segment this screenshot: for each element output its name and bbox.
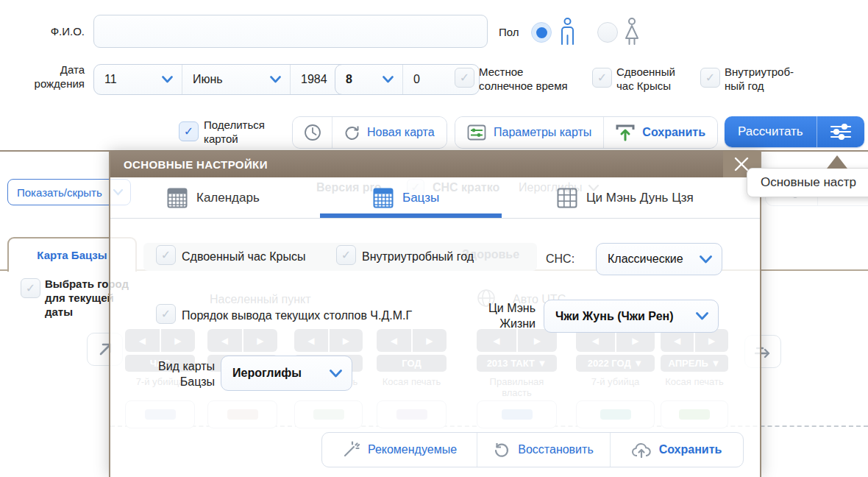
refresh-icon: [344, 125, 360, 141]
check-icon: ✓: [705, 72, 715, 84]
chart-settings-group: Параметры карты Сохранить: [455, 116, 718, 149]
chart-view-value: Иероглифы: [232, 367, 302, 380]
chart-params-label: Параметры карты: [494, 126, 591, 139]
modal-title: ОСНОВНЫЕ НАСТРОЙКИ: [124, 158, 268, 171]
save-upload-icon: [616, 124, 635, 141]
main-settings-button[interactable]: [817, 116, 864, 147]
pillar-order-checkbox[interactable]: ✓: [156, 304, 176, 324]
double-rat-hour-label: Сдвоенный час Крысы: [616, 65, 690, 93]
day-value: 11: [104, 73, 117, 86]
chevron-down-icon: [162, 76, 173, 83]
sliders-icon: [830, 123, 852, 141]
chart-view-select[interactable]: Иероглифы: [221, 356, 352, 391]
modal-double-rat-checkbox[interactable]: ✓: [156, 245, 176, 265]
tab-qimen[interactable]: Ци Мэнь Дунь Цзя: [557, 188, 694, 208]
sns-label: СНС:: [546, 251, 574, 266]
chevron-down-icon: [696, 312, 708, 320]
check-icon: ✓: [26, 283, 35, 294]
month-select[interactable]: Июнь: [182, 65, 290, 94]
check-icon: ✓: [161, 250, 171, 261]
recommended-label: Рекомендуемые: [368, 443, 457, 456]
restore-button[interactable]: Восстановить: [477, 433, 610, 467]
check-icon: ✓: [184, 126, 193, 138]
main-settings-modal: ОСНОВНЫЕ НАСТРОЙКИ Календарь Бацзы: [109, 151, 761, 477]
check-icon: ✓: [460, 72, 469, 84]
calendar-icon: [373, 188, 394, 208]
cloud-upload-icon: [632, 442, 651, 458]
restore-label: Восстановить: [518, 443, 593, 456]
clock-icon: [304, 124, 321, 141]
tooltip-arrow: [827, 155, 847, 169]
qimen-life-select[interactable]: Чжи Жунь (Чжи Рен): [544, 300, 719, 333]
chevron-down-icon: [383, 76, 394, 83]
modal-intrauterine-checkbox[interactable]: ✓: [336, 245, 356, 265]
modal-intrauterine-label: Внутриутробный год: [362, 249, 474, 264]
check-icon: ✓: [597, 72, 607, 84]
recommended-button[interactable]: Рекомендуемые: [322, 433, 477, 467]
hour-value: 8: [346, 73, 352, 86]
day-select[interactable]: 11: [94, 65, 182, 94]
sns-select[interactable]: Классические: [596, 243, 722, 275]
history-button[interactable]: [293, 117, 332, 148]
qimen-life-label: Ци Мэнь Жизни: [462, 300, 536, 331]
male-icon: [558, 18, 577, 46]
chevron-down-icon: [700, 255, 712, 264]
restore-icon: [494, 442, 510, 458]
modal-save-label: Сохранить: [659, 443, 722, 456]
chevron-down-icon: [330, 370, 342, 378]
select-city-checkbox[interactable]: ✓: [21, 278, 40, 298]
gender-female-radio[interactable]: [597, 22, 618, 43]
tab-qimen-label: Ци Мэнь Дунь Цзя: [586, 191, 694, 205]
fio-label: Ф.И.О.: [22, 24, 85, 38]
app-root: Ф.И.О. Пол Дата рождения 11 Июнь 1984 8: [0, 0, 868, 477]
sns-value: Классические: [608, 252, 683, 266]
radio-dot-icon: [536, 27, 547, 38]
tabs-baseline: [110, 218, 760, 219]
tab-bazi-label: Бацзы: [402, 191, 439, 205]
female-icon: [622, 18, 641, 46]
chevron-down-icon: [270, 76, 281, 83]
check-icon: ✓: [161, 308, 171, 320]
modal-titlebar: ОСНОВНЫЕ НАСТРОЙКИ: [110, 151, 760, 177]
share-chart-checkbox[interactable]: ✓: [179, 121, 199, 141]
chart-view-label: Вид карты Бацзы: [130, 358, 215, 389]
local-solar-time-label: Местное солнечное время: [479, 65, 578, 93]
tab-bazi[interactable]: Бацзы: [373, 188, 439, 208]
pillar-order-label: Порядок вывода текущих столпов Ч.Д.М.Г: [182, 308, 412, 323]
chart-actions-group: Новая карта: [292, 116, 447, 149]
new-chart-label: Новая карта: [367, 126, 435, 139]
birth-date-label: Дата рождения: [22, 63, 85, 91]
gender-label: Пол: [499, 25, 519, 39]
year-value: 1984: [301, 73, 327, 86]
modal-double-rat-label: Сдвоенный час Крысы: [182, 249, 305, 264]
show-hide-label: Показать/скрыть: [17, 186, 102, 199]
calculate-group: Рассчитать: [725, 116, 864, 147]
hour-select[interactable]: 8: [335, 65, 402, 94]
double-rat-hour-checkbox[interactable]: ✓: [592, 68, 612, 88]
tooltip-text: Основные настр: [761, 175, 856, 190]
new-chart-button[interactable]: Новая карта: [332, 117, 447, 148]
grid-icon: [557, 188, 577, 208]
tab-calendar-label: Календарь: [196, 191, 260, 205]
save-chart-label: Сохранить: [642, 126, 705, 139]
share-chart-label: Поделиться картой: [204, 118, 277, 146]
fio-input[interactable]: [93, 15, 488, 48]
tab-calendar[interactable]: Календарь: [167, 188, 260, 208]
chart-params-button[interactable]: Параметры карты: [455, 117, 603, 148]
tab-bazi-chart-label: Карта Бацзы: [37, 249, 107, 261]
minute-value: 0: [413, 73, 420, 86]
gender-male-radio[interactable]: [531, 22, 552, 43]
intrauterine-year-checkbox[interactable]: ✓: [700, 68, 720, 88]
chart-params-icon: [467, 124, 486, 141]
month-value: Июнь: [193, 73, 223, 86]
magic-wand-icon: [342, 441, 360, 459]
modal-save-button[interactable]: Сохранить: [610, 433, 743, 467]
calculate-button[interactable]: Рассчитать: [725, 116, 817, 147]
check-icon: ✓: [341, 250, 351, 261]
modal-footer-buttons: Рекомендуемые Восстановить Сохранить: [321, 432, 744, 467]
intrauterine-year-label: Внутриутроб­ный год: [725, 65, 809, 93]
local-solar-time-checkbox[interactable]: ✓: [455, 68, 474, 88]
qimen-life-value: Чжи Жунь (Чжи Рен): [555, 310, 674, 323]
main-settings-tooltip: Основные настр: [747, 168, 868, 197]
save-chart-button[interactable]: Сохранить: [603, 117, 717, 148]
